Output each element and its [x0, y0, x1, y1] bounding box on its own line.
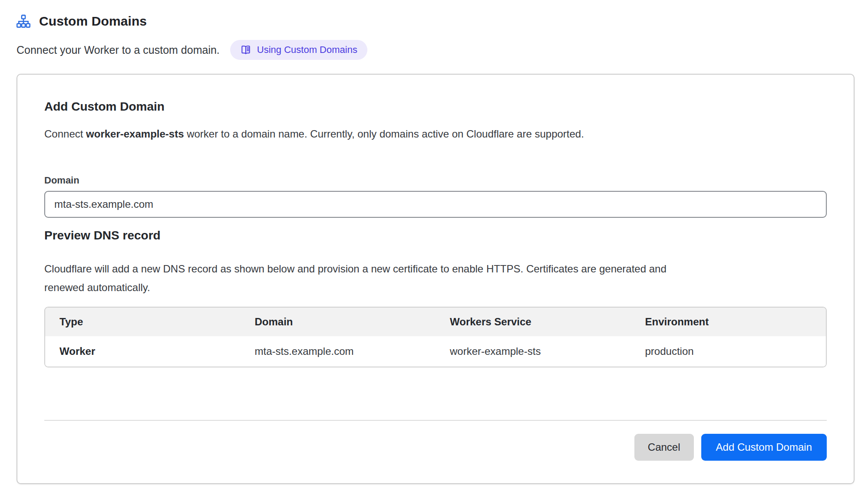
- description-prefix: Connect: [44, 128, 86, 140]
- column-header-domain: Domain: [241, 308, 436, 336]
- page-subtitle: Connect your Worker to a custom domain.: [17, 44, 220, 56]
- footer-divider: [44, 420, 827, 421]
- table-header-row: Type Domain Workers Service Environment: [45, 308, 826, 336]
- column-header-type: Type: [45, 308, 241, 336]
- worker-name: worker-example-sts: [86, 128, 184, 140]
- docs-link-badge[interactable]: Using Custom Domains: [230, 40, 367, 60]
- docs-link-label: Using Custom Domains: [257, 44, 357, 56]
- preview-dns-description: Cloudflare will add a new DNS record as …: [44, 259, 670, 297]
- card-footer: Cancel Add Custom Domain: [44, 420, 827, 461]
- table-row: Worker mta-sts.example.com worker-exampl…: [45, 336, 826, 367]
- custom-domains-page: Custom Domains Connect your Worker to a …: [0, 0, 868, 484]
- card-description: Connect worker-example-sts worker to a d…: [44, 128, 827, 144]
- add-custom-domain-card: Add Custom Domain Connect worker-example…: [17, 74, 855, 484]
- cell-type: Worker: [45, 336, 241, 367]
- column-header-environment: Environment: [631, 308, 826, 336]
- domain-input[interactable]: [44, 191, 827, 218]
- cancel-button[interactable]: Cancel: [634, 434, 694, 461]
- card-title: Add Custom Domain: [44, 100, 827, 115]
- preview-dns-title: Preview DNS record: [44, 229, 827, 243]
- open-book-icon: [240, 44, 251, 56]
- dns-preview-table: Type Domain Workers Service Environment …: [44, 307, 827, 367]
- description-suffix: worker to a domain name. Currently, only…: [184, 128, 584, 140]
- page-title: Custom Domains: [39, 14, 147, 29]
- cell-environment: production: [631, 336, 826, 367]
- page-subtitle-row: Connect your Worker to a custom domain. …: [17, 40, 855, 60]
- page-header: Custom Domains: [17, 13, 855, 29]
- footer-button-row: Cancel Add Custom Domain: [44, 434, 827, 461]
- column-header-workers-service: Workers Service: [436, 308, 631, 336]
- domain-field-label: Domain: [44, 175, 827, 186]
- add-custom-domain-button[interactable]: Add Custom Domain: [701, 434, 827, 461]
- cell-workers-service: worker-example-sts: [436, 336, 631, 367]
- sitemap-icon: [17, 14, 30, 28]
- cell-domain: mta-sts.example.com: [241, 336, 436, 367]
